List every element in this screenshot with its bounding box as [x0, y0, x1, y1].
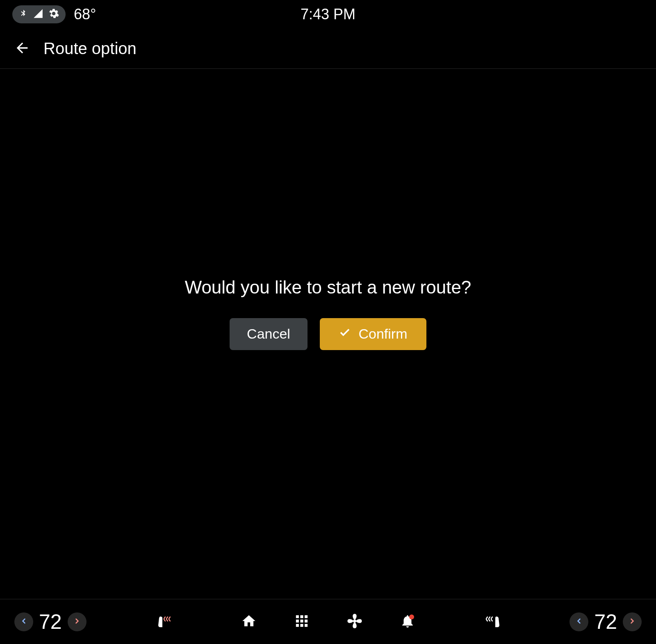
- apps-grid-icon: [295, 614, 309, 630]
- seat-heat-left-icon: [153, 611, 173, 633]
- svg-rect-5: [305, 619, 308, 622]
- svg-rect-0: [296, 615, 298, 618]
- svg-rect-8: [305, 624, 308, 627]
- left-temp-value: 72: [39, 610, 62, 634]
- home-button[interactable]: [240, 613, 258, 631]
- notification-dot: [409, 614, 414, 619]
- check-icon: [339, 326, 351, 342]
- page-title: Route option: [43, 39, 137, 58]
- notifications-button[interactable]: [399, 613, 417, 631]
- chevron-left-icon: [575, 617, 583, 627]
- status-pill[interactable]: [12, 5, 66, 23]
- nav-icons: [240, 613, 417, 631]
- clock: 7:43 PM: [301, 6, 355, 23]
- dialog-prompt: Would you like to start a new route?: [185, 277, 472, 298]
- confirm-button[interactable]: Confirm: [320, 318, 426, 350]
- signal-icon: [33, 8, 43, 20]
- svg-point-9: [353, 619, 356, 623]
- fan-icon: [346, 612, 363, 631]
- arrow-left-icon: [14, 40, 30, 58]
- right-climate: 72: [569, 610, 642, 634]
- right-temp-value: 72: [594, 610, 617, 634]
- confirm-label: Confirm: [358, 326, 407, 342]
- left-climate: 72: [14, 610, 87, 634]
- right-temp-down[interactable]: [569, 612, 588, 631]
- dialog-area: Would you like to start a new route? Can…: [0, 69, 656, 599]
- dialog-buttons: Cancel Confirm: [230, 318, 426, 350]
- apps-button[interactable]: [293, 613, 311, 631]
- left-seat-heat[interactable]: [151, 610, 175, 634]
- chevron-right-icon: [628, 617, 636, 627]
- status-bar: 68° 7:43 PM: [0, 0, 656, 29]
- chevron-left-icon: [20, 617, 28, 627]
- bottom-bar: 72: [0, 599, 656, 644]
- svg-rect-1: [300, 615, 303, 618]
- gear-icon: [48, 8, 59, 20]
- chevron-right-icon: [73, 617, 81, 627]
- back-button[interactable]: [12, 39, 32, 59]
- header: Route option: [0, 29, 656, 69]
- svg-rect-4: [300, 619, 303, 622]
- right-temp-up[interactable]: [623, 612, 642, 631]
- seat-heat-right-icon: [483, 611, 503, 633]
- left-temp-down[interactable]: [14, 612, 33, 631]
- outside-temperature: 68°: [74, 6, 96, 23]
- bluetooth-icon: [19, 8, 28, 21]
- svg-rect-3: [296, 619, 298, 622]
- hvac-button[interactable]: [346, 613, 364, 631]
- svg-rect-7: [300, 624, 303, 627]
- home-icon: [241, 613, 257, 630]
- cancel-button[interactable]: Cancel: [230, 318, 308, 350]
- svg-rect-6: [296, 624, 298, 627]
- svg-rect-2: [305, 615, 308, 618]
- left-temp-up[interactable]: [68, 612, 87, 631]
- right-seat-heat[interactable]: [481, 610, 505, 634]
